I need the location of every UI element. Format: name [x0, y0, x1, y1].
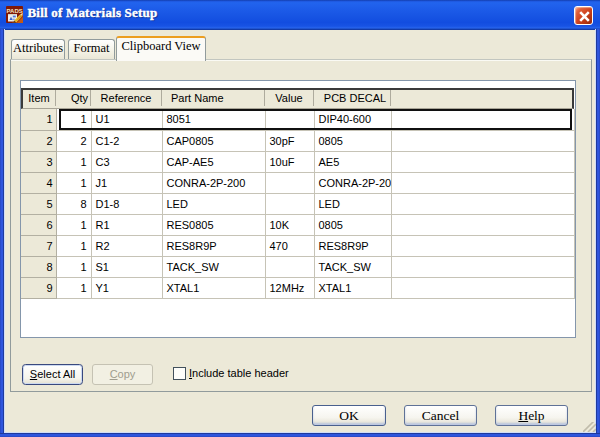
svg-text:PADS: PADS [7, 8, 23, 14]
